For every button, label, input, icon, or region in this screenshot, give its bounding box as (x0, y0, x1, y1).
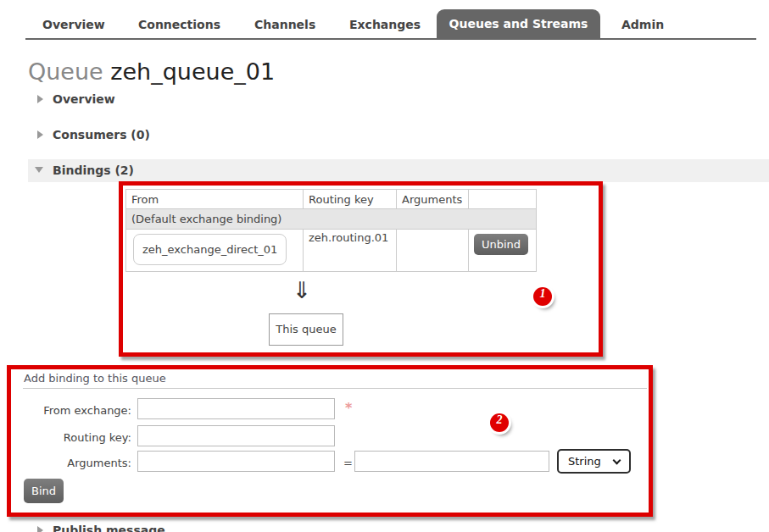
bind-button[interactable]: Bind (24, 479, 64, 503)
section-consumers[interactable]: Consumers (0) (28, 127, 198, 146)
from-exchange-input[interactable] (137, 398, 335, 419)
col-header-action (469, 190, 537, 209)
arguments-label: Arguments: (31, 457, 131, 469)
divider (23, 388, 647, 389)
required-asterisk: * (345, 400, 352, 416)
section-publish-label: Publish message (53, 524, 165, 532)
col-header-arguments: Arguments (397, 190, 469, 209)
section-overview[interactable]: Overview (28, 91, 198, 110)
arrow-down-icon: ⇓ (289, 277, 315, 303)
annotation-marker-2: 2 (490, 413, 509, 432)
argument-key-input[interactable] (137, 451, 335, 472)
binding-from-cell: zeh_exchange_direct_01 (126, 230, 304, 272)
col-header-from: From (126, 190, 304, 209)
unbind-button[interactable]: Unbind (474, 234, 528, 255)
annotation-box-2: Add binding to this queue From exchange:… (7, 365, 653, 517)
annotation-marker-1: 1 (533, 287, 552, 306)
routing-key-input[interactable] (137, 425, 335, 446)
rabbitmq-queue-page: Overview Connections Channels Exchanges … (0, 0, 769, 532)
page-title-prefix: Queue (28, 58, 103, 85)
chevron-right-icon (37, 130, 43, 139)
default-binding-row: (Default exchange binding) (126, 209, 537, 230)
binding-routing-key-cell: zeh.routing.01 (304, 230, 397, 272)
equals-sign: = (343, 457, 353, 469)
tab-overview[interactable]: Overview (42, 18, 105, 31)
annotation-box-1: From Routing key Arguments (Default exch… (119, 181, 603, 357)
queue-name: zeh_queue_01 (110, 58, 275, 85)
routing-key-label: Routing key: (31, 431, 131, 444)
exchange-link[interactable]: zeh_exchange_direct_01 (133, 234, 287, 265)
add-binding-title: Add binding to this queue (24, 372, 166, 385)
this-queue-box: This queue (269, 313, 343, 346)
chevron-down-icon (613, 457, 621, 465)
tab-exchanges[interactable]: Exchanges (349, 18, 421, 31)
col-header-routing-key: Routing key (304, 190, 397, 209)
from-exchange-label: From exchange: (31, 404, 131, 417)
argument-value-input[interactable] (354, 451, 549, 472)
bindings-table-header-row: From Routing key Arguments (126, 190, 537, 209)
tab-admin[interactable]: Admin (621, 18, 664, 31)
tab-channels[interactable]: Channels (254, 18, 315, 31)
page-title: Queue zeh_queue_01 (28, 58, 275, 85)
bindings-table: From Routing key Arguments (Default exch… (125, 189, 537, 272)
chevron-right-icon (37, 95, 43, 103)
chevron-right-icon (37, 526, 43, 532)
argument-type-select[interactable]: String (557, 449, 631, 474)
binding-action-cell: Unbind (469, 230, 537, 272)
default-binding-label: (Default exchange binding) (126, 209, 537, 230)
tab-queues-and-streams[interactable]: Queues and Streams (437, 9, 600, 39)
binding-row: zeh_exchange_direct_01 zeh.routing.01 Un… (126, 230, 537, 272)
binding-arguments-cell (397, 230, 469, 272)
section-overview-label: Overview (53, 92, 115, 106)
section-bindings[interactable]: Bindings (2) (28, 159, 769, 182)
argument-type-value: String (568, 455, 601, 468)
tab-connections[interactable]: Connections (138, 18, 220, 31)
nav-underline (25, 38, 756, 40)
section-consumers-label: Consumers (0) (53, 128, 150, 141)
chevron-down-icon (35, 167, 43, 173)
section-publish[interactable]: Publish message (28, 523, 240, 532)
section-bindings-label: Bindings (2) (53, 163, 134, 177)
